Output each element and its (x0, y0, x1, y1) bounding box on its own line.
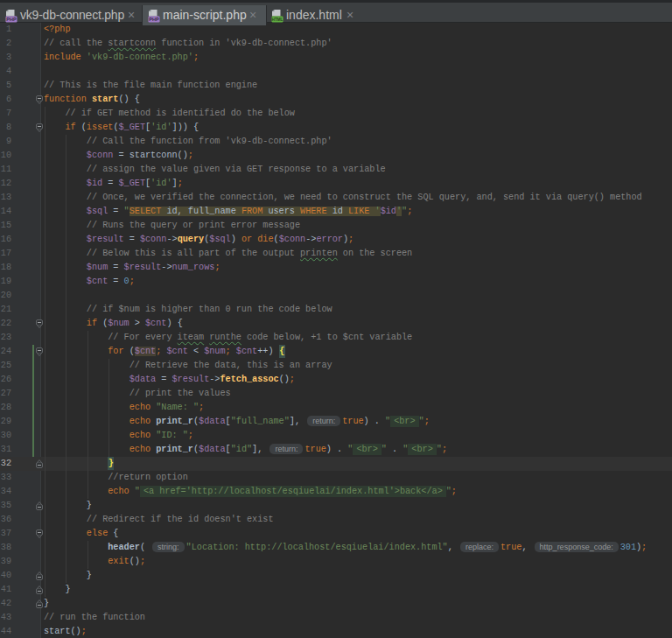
svg-text:HTML: HTML (272, 18, 284, 22)
svg-text:PHP: PHP (149, 17, 159, 22)
svg-text:PHP: PHP (6, 17, 17, 22)
